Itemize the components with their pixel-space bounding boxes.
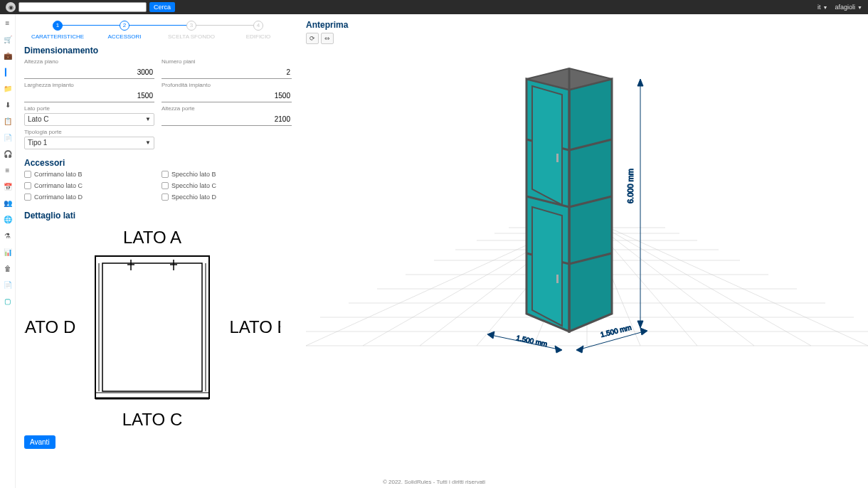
- accessori-col-left: Corrimano lato B Corrimano lato C Corrim…: [24, 171, 154, 201]
- numero-piani-group: Numero piani: [162, 58, 292, 79]
- check-item: Corrimano lato C: [24, 182, 154, 189]
- step-line: [125, 25, 191, 26]
- svg-marker-51: [555, 346, 562, 353]
- topbar-right: it ▼ afagioli ▼: [817, 4, 862, 11]
- larghezza-input[interactable]: [24, 90, 154, 102]
- step-4[interactable]: 4 EDIFICIO: [225, 20, 292, 40]
- profondita-input[interactable]: [162, 90, 292, 102]
- svg-marker-47: [637, 79, 643, 86]
- step-1[interactable]: 1 CARATTERISTICHE: [24, 20, 91, 40]
- svg-marker-42: [532, 86, 562, 205]
- file-icon[interactable]: 📄: [4, 280, 12, 289]
- step-line: [191, 25, 258, 26]
- briefcase-icon[interactable]: 💼: [4, 51, 12, 60]
- svg-marker-54: [640, 328, 647, 335]
- altezza-piano-input[interactable]: [24, 66, 154, 79]
- check-label: Corrimano lato C: [34, 182, 83, 189]
- left-pane: 1 CARATTERISTICHE 2 ACCESSORI 3 SCELTA S…: [16, 14, 300, 488]
- chart-icon[interactable]: 📊: [4, 248, 12, 256]
- svg-rect-43: [556, 154, 559, 162]
- step-label: SCELTA SFONDO: [158, 33, 225, 40]
- form-label: Larghezza impianto: [24, 82, 154, 88]
- footer: © 2022. SolidRules - Tutti i diritti ris…: [0, 479, 868, 485]
- step-circle: 4: [253, 21, 263, 31]
- elevator-model: [526, 68, 612, 331]
- search-input[interactable]: [18, 2, 147, 12]
- search-button[interactable]: Cerca: [149, 2, 175, 12]
- empty-group: [162, 129, 292, 149]
- sidebar: ≡ 🛒 💼 ▎ 📁 ⬇ 📋 📄 🎧 ≡ 📅 👥 🌐 ⚗ 📊 🗑 📄 ▢: [0, 14, 16, 488]
- checkbox-corrimano-b[interactable]: [24, 171, 31, 178]
- plug-icon[interactable]: ⬇: [4, 100, 12, 109]
- dimensionamento-title: Dimensionamento: [24, 46, 292, 55]
- select-value: Tipo 1: [28, 139, 47, 147]
- cart-icon[interactable]: 🛒: [4, 35, 12, 43]
- accessori-grid: Corrimano lato B Corrimano lato C Corrim…: [24, 171, 292, 201]
- clipboard-icon[interactable]: 📋: [4, 117, 12, 125]
- user-label: afagioli: [835, 4, 856, 11]
- support-icon[interactable]: 🎧: [4, 149, 12, 158]
- checkbox-specchio-b[interactable]: [162, 171, 169, 178]
- step-circle: 1: [53, 21, 63, 31]
- accessori-col-right: Specchio lato B Specchio lato C Specchio…: [162, 171, 292, 201]
- avanti-button[interactable]: Avanti: [24, 435, 55, 449]
- check-label: Corrimano lato B: [34, 171, 83, 178]
- step-circle: 3: [186, 21, 196, 31]
- checkbox-specchio-d[interactable]: [162, 193, 169, 201]
- profondita-group: Profondità impianto: [162, 82, 292, 102]
- lato-porte-select[interactable]: Lato C ▼: [24, 113, 154, 126]
- caret-down-icon: ▼: [857, 5, 862, 10]
- form-label: Lato porte: [24, 105, 154, 112]
- form-label: Profondità impianto: [162, 82, 292, 88]
- step-label: ACCESSORI: [91, 33, 158, 40]
- check-label: Specchio lato D: [171, 193, 216, 201]
- checkbox-corrimano-d[interactable]: [24, 193, 31, 201]
- users-icon[interactable]: 👥: [4, 198, 12, 207]
- step-circle: 2: [120, 21, 129, 31]
- check-label: Corrimano lato D: [34, 193, 83, 201]
- step-2[interactable]: 2 ACCESSORI: [91, 20, 158, 40]
- step-label: EDIFICIO: [225, 33, 292, 40]
- trash-icon[interactable]: 🗑: [4, 264, 12, 272]
- report-icon[interactable]: 📄: [4, 133, 12, 142]
- dettaglio-title: Dettaglio lati: [24, 211, 292, 221]
- numero-piani-input[interactable]: [162, 66, 292, 79]
- filter-icon[interactable]: ⚗: [4, 231, 12, 240]
- checkbox-corrimano-c[interactable]: [24, 182, 31, 189]
- caret-down-icon: ▼: [145, 116, 151, 122]
- select-value: Lato C: [28, 115, 48, 123]
- lato-d-label: LATO D: [24, 317, 75, 336]
- config-icon[interactable]: ▎: [4, 68, 12, 76]
- check-item: Specchio lato B: [162, 171, 292, 178]
- calendar-icon[interactable]: 📅: [4, 182, 12, 191]
- expand-button[interactable]: ⇔: [321, 33, 334, 44]
- menu-icon[interactable]: ≡: [4, 18, 12, 27]
- lato-c-label: LATO C: [122, 410, 182, 427]
- svg-marker-50: [487, 331, 494, 339]
- lato-porte-group: Lato porte Lato C ▼: [24, 105, 154, 126]
- right-pane: Anteprima ⟳ ⇔: [300, 14, 868, 488]
- form-label: Altezza piano: [24, 58, 154, 65]
- refresh-button[interactable]: ⟳: [306, 33, 319, 44]
- main: 1 CARATTERISTICHE 2 ACCESSORI 3 SCELTA S…: [16, 14, 868, 488]
- anteprima-title: Anteprima: [306, 20, 868, 30]
- globe-icon[interactable]: 🌐: [4, 215, 12, 223]
- box-icon[interactable]: ▢: [4, 297, 12, 305]
- list-icon[interactable]: ≡: [4, 166, 12, 174]
- caret-down-icon: ▼: [823, 5, 828, 10]
- altezza-piano-group: Altezza piano: [24, 58, 154, 79]
- tipologia-select[interactable]: Tipo 1 ▼: [24, 137, 154, 149]
- lato-b-label: LATO B: [229, 317, 280, 336]
- folder-icon[interactable]: 📁: [4, 84, 12, 92]
- 3d-viewer[interactable]: 6.000 mm 1.500 mm 1.500 mm: [306, 47, 868, 417]
- language-selector[interactable]: it ▼: [817, 4, 827, 11]
- stepper: 1 CARATTERISTICHE 2 ACCESSORI 3 SCELTA S…: [24, 20, 292, 40]
- user-menu[interactable]: afagioli ▼: [835, 4, 862, 11]
- check-item: Specchio lato C: [162, 182, 292, 189]
- step-3[interactable]: 3 SCELTA SFONDO: [158, 20, 225, 40]
- altezza-porte-input[interactable]: [162, 113, 292, 126]
- check-label: Specchio lato C: [171, 182, 216, 189]
- svg-rect-44: [556, 275, 559, 283]
- checkbox-specchio-c[interactable]: [162, 182, 169, 189]
- logo-icon: ◉: [6, 2, 16, 12]
